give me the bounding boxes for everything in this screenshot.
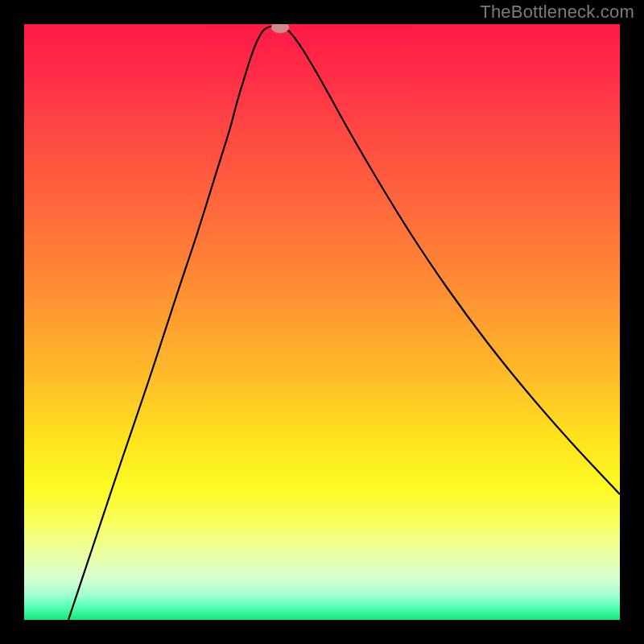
chart-svg	[24, 24, 620, 620]
bottleneck-curve-line	[68, 27, 620, 620]
watermark-text: TheBottleneck.com	[480, 2, 634, 23]
optimum-marker	[271, 24, 289, 33]
chart-plot-area	[24, 24, 620, 620]
chart-outer-frame: TheBottleneck.com	[0, 0, 644, 644]
